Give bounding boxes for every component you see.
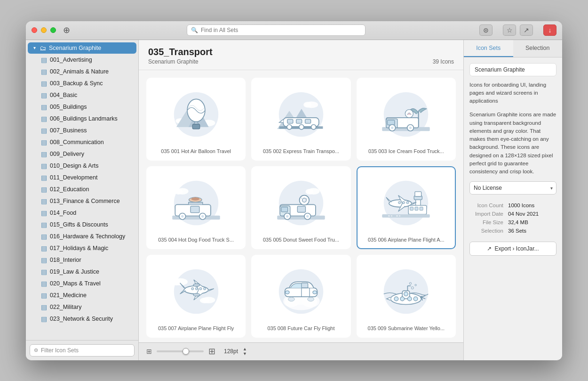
sidebar-item-016[interactable]: ▤ 016_Hardware & Technology xyxy=(28,231,136,242)
sidebar-item-010[interactable]: ▤ 010_Design & Arts xyxy=(28,160,136,171)
add-button[interactable]: ⊕ xyxy=(60,24,73,37)
sidebar-footer: ⊜ Filter Icon Sets xyxy=(26,340,138,360)
filter-input[interactable]: ⊜ Filter Icon Sets xyxy=(30,344,135,357)
license-select[interactable]: No LicenseFreeCommercial xyxy=(469,181,556,195)
filter-button[interactable]: ⊜ xyxy=(479,24,493,36)
size-stepper[interactable]: ▲ ▼ xyxy=(243,347,247,356)
icon-cell-001[interactable]: 035 001 Hot Air Balloon Travel xyxy=(146,78,246,161)
tab-icon-sets[interactable]: Icon Sets xyxy=(464,40,513,57)
svg-point-22 xyxy=(287,124,292,129)
svg-point-111 xyxy=(400,297,405,301)
sidebar-item-009[interactable]: ▤ 009_Delivery xyxy=(28,148,136,160)
svg-point-57 xyxy=(302,198,307,202)
bottom-bar: ⊞ ⊞ 128pt ▲ ▼ xyxy=(139,342,463,360)
main-window: ⊕ 🔍 ⊜ ☆ ↗ ↓ ▾ 🗂 xyxy=(26,21,562,360)
icon-label-003: 035 003 Ice Cream Food Truck... xyxy=(368,148,444,154)
sidebar-item-label: 003_Backup & Sync xyxy=(50,80,103,87)
icon-label-004: 035 004 Hot Dog Food Truck S... xyxy=(158,237,234,243)
icon-cell-004[interactable]: 035 004 Hot Dog Food Truck S... xyxy=(146,166,246,249)
fullscreen-button[interactable] xyxy=(50,27,56,33)
panel-description-2: Scenarium Graphite icons are made using … xyxy=(469,111,556,176)
sidebar-item-001[interactable]: ▤ 001_Advertising xyxy=(28,54,136,65)
sidebar-item-007[interactable]: ▤ 007_Business xyxy=(28,125,136,136)
svg-point-76 xyxy=(403,201,405,203)
sidebar-item-011[interactable]: ▤ 011_Development xyxy=(28,172,136,183)
sidebar-item-label: 009_Delivery xyxy=(50,151,84,157)
meta-import-date-label: Import Date xyxy=(469,210,507,218)
icon-label-009: 035 009 Submarine Water Yello... xyxy=(368,325,445,331)
sidebar-item-020[interactable]: ▤ 020_Maps & Travel xyxy=(28,278,136,289)
folder-icon: ▤ xyxy=(41,292,47,299)
size-down-arrow: ▼ xyxy=(243,352,247,356)
sidebar-item-label: 013_Finance & Commerce xyxy=(50,198,120,204)
sidebar-item-label: 018_Interior xyxy=(50,257,81,263)
folder-icon: ▤ xyxy=(41,244,47,252)
sidebar-item-label: 002_Animals & Nature xyxy=(50,68,109,75)
sidebar-item-label: 007_Business xyxy=(50,127,87,134)
share-button[interactable]: ↗ xyxy=(520,24,533,36)
svg-rect-96 xyxy=(285,288,318,297)
svg-rect-54 xyxy=(281,207,288,211)
meta-selection-label: Selection xyxy=(469,227,507,235)
sidebar-item-label: 012_Education xyxy=(50,186,89,193)
sidebar-item-label: 001_Advertising xyxy=(50,57,92,63)
icon-label-006: 035 006 Airplane Plane Flight A... xyxy=(368,237,445,243)
search-input[interactable] xyxy=(201,27,361,33)
icon-cell-003[interactable]: 035 003 Ice Cream Food Truck... xyxy=(357,78,456,161)
sidebar-item-004[interactable]: ▤ 004_Basic xyxy=(28,89,136,101)
size-slider[interactable] xyxy=(157,350,204,352)
sidebar-item-002[interactable]: ▤ 002_Animals & Nature xyxy=(28,66,136,77)
icon-grid: 035 001 Hot Air Balloon Travel xyxy=(139,70,463,342)
sidebar-item-021[interactable]: ▤ 021_Medicine xyxy=(28,290,136,301)
svg-point-113 xyxy=(414,297,418,301)
close-button[interactable] xyxy=(32,27,37,33)
icon-cell-005[interactable]: 035 005 Donut Sweet Food Tru... xyxy=(251,166,350,249)
sidebar-item-019[interactable]: ▤ 019_Law & Justice xyxy=(28,266,136,277)
icon-cell-006[interactable]: 035 006 Airplane Plane Flight A... xyxy=(357,166,456,249)
slider-thumb[interactable] xyxy=(183,348,189,355)
folder-icon: ▤ xyxy=(41,150,47,158)
sidebar-item-006[interactable]: ▤ 006_Buildings Landmarks xyxy=(28,113,136,124)
sidebar-item-008[interactable]: ▤ 008_Communication xyxy=(28,137,136,148)
export-button[interactable]: ↗ Export › IconJar... xyxy=(469,242,556,256)
filter-icon: ⊜ xyxy=(34,347,38,353)
star-button[interactable]: ☆ xyxy=(503,24,516,36)
svg-point-103 xyxy=(308,297,314,301)
sidebar-item-017[interactable]: ▤ 017_Holidays & Magic xyxy=(28,243,136,254)
icon-cell-008[interactable]: 035 008 Future Car Fly Flight xyxy=(251,255,350,338)
set-title: 035_Transport xyxy=(148,47,454,57)
icon-preview-009 xyxy=(376,261,436,322)
set-source: Scenarium Graphite xyxy=(148,58,199,65)
folder-icon: ▤ xyxy=(41,56,47,64)
svg-point-117 xyxy=(420,296,422,298)
sidebar-item-022[interactable]: ▤ 022_Military xyxy=(28,301,136,313)
sidebar-item-003[interactable]: ▤ 003_Backup & Sync xyxy=(28,78,136,89)
export-titlebar-button[interactable]: ↓ xyxy=(543,24,556,36)
sidebar-item-018[interactable]: ▤ 018_Interior xyxy=(28,254,136,266)
tab-selection[interactable]: Selection xyxy=(513,40,563,57)
svg-rect-30 xyxy=(388,120,395,125)
svg-point-78 xyxy=(398,201,401,203)
sidebar-item-014[interactable]: ▤ 014_Food xyxy=(28,207,136,219)
svg-point-102 xyxy=(288,297,294,301)
minimize-button[interactable] xyxy=(41,27,47,33)
search-bar[interactable]: 🔍 xyxy=(187,24,366,36)
icon-label-007: 035 007 Airplane Plane Flight Fly xyxy=(158,325,234,331)
sidebar-item-label: 014_Food xyxy=(50,210,76,216)
sidebar-root-item[interactable]: ▾ 🗂 Scenarium Graphite xyxy=(28,42,136,54)
icon-preview-003 xyxy=(376,84,436,145)
sidebar-item-005[interactable]: ▤ 005_Buildings xyxy=(28,101,136,113)
icon-cell-002[interactable]: 035 002 Express Train Transpo... xyxy=(251,78,350,161)
sidebar-item-015[interactable]: ▤ 015_Gifts & Discounts xyxy=(28,219,136,230)
icon-cell-007[interactable]: 035 007 Airplane Plane Flight Fly xyxy=(146,255,246,338)
sidebar-item-012[interactable]: ▤ 012_Education xyxy=(28,184,136,195)
folder-icon: ▤ xyxy=(41,268,47,276)
right-panel: Icon Sets Selection Scenarium Graphite I… xyxy=(463,40,562,360)
folder-icon: ▤ xyxy=(41,68,47,75)
license-select-wrapper[interactable]: No LicenseFreeCommercial ▾ xyxy=(469,181,556,195)
meta-icon-count-label: Icon Count xyxy=(469,201,507,210)
icon-cell-009[interactable]: 035 009 Submarine Water Yello... xyxy=(357,255,456,338)
sidebar-item-013[interactable]: ▤ 013_Finance & Commerce xyxy=(28,195,136,207)
search-icon: 🔍 xyxy=(191,27,198,33)
sidebar-item-023[interactable]: ▤ 023_Network & Security xyxy=(28,313,136,324)
